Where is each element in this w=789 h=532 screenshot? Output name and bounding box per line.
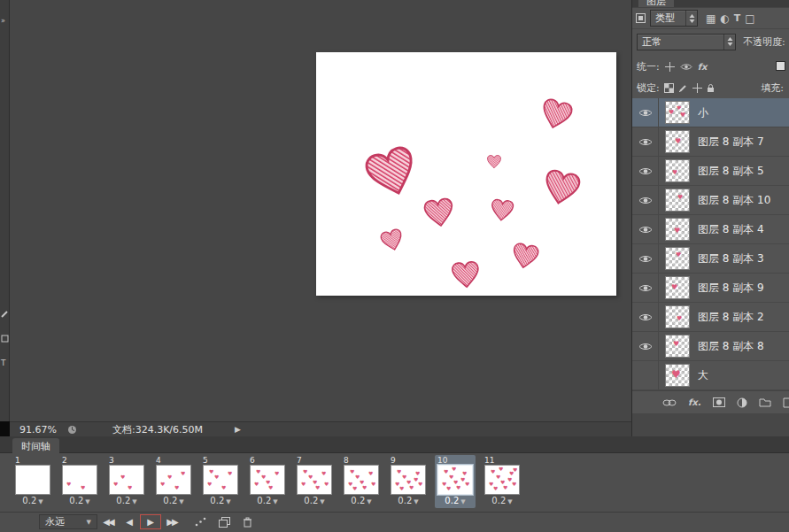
tab-layers[interactable]: 图层 xyxy=(638,0,674,8)
layer-thumbnail[interactable]: ♥ xyxy=(665,218,690,241)
layer-row[interactable]: ♥ 图层 8 副本 5 xyxy=(632,157,789,186)
frame-delay-select[interactable]: 0.2▼ xyxy=(341,496,382,505)
timeline-frame[interactable]: 11 ♥♥♥♥♥♥♥♥♥♥♥ 0.2▼ xyxy=(482,455,522,508)
layer-thumbnail[interactable]: ♥ xyxy=(665,364,690,387)
frame-thumbnail[interactable]: ♥♥♥♥♥ xyxy=(203,465,238,495)
timeline-frame[interactable]: 9 ♥♥♥♥♥♥♥♥♥ 0.2▼ xyxy=(388,455,429,508)
lock-position-icon[interactable] xyxy=(692,83,702,93)
new-group-icon[interactable] xyxy=(759,397,771,407)
blend-mode-select[interactable]: 正常 xyxy=(637,34,736,50)
frame-thumbnail[interactable]: ♥♥♥♥♥♥♥♥ xyxy=(344,465,379,495)
filter-type-layers-icon[interactable]: T xyxy=(734,13,741,23)
layer-style-fx-icon[interactable]: fx. xyxy=(688,397,701,407)
layer-thumbnail[interactable]: ♥ xyxy=(665,335,690,358)
frame-delay-select[interactable]: 0.2▼ xyxy=(106,496,147,505)
timeline-frame[interactable]: 3 ♥♥♥ 0.2▼ xyxy=(106,455,147,508)
type-tool-icon[interactable]: T xyxy=(1,359,6,366)
frame-delay-select[interactable]: 0.2▼ xyxy=(388,496,429,505)
layer-filter-select[interactable]: 类型 xyxy=(650,10,698,27)
timeline-frame[interactable]: 5 ♥♥♥♥♥ 0.2▼ xyxy=(200,455,241,508)
frame-thumbnail[interactable]: ♥♥♥♥♥♥ xyxy=(250,465,285,495)
frame-delay-select[interactable]: 0.2▼ xyxy=(200,496,241,505)
frame-thumbnail[interactable]: ♥♥ xyxy=(62,465,97,495)
visibility-toggle[interactable] xyxy=(632,157,659,185)
unify-position-icon[interactable] xyxy=(665,62,675,72)
frame-delay-select[interactable]: 0.2▼ xyxy=(294,496,335,505)
zoom-level[interactable]: 91.67% xyxy=(19,424,57,436)
filter-adjustment-layers-icon[interactable]: ◐ xyxy=(720,13,729,24)
frame-thumbnail[interactable]: ♥♥♥ xyxy=(109,465,144,495)
visibility-toggle[interactable] xyxy=(632,186,659,214)
filter-pixel-layers-icon[interactable]: ▦ xyxy=(706,13,716,24)
frame-thumbnail[interactable] xyxy=(15,465,50,495)
previous-frame-button[interactable]: ◀ xyxy=(119,514,140,529)
layer-row[interactable]: ♥♥♥ 小 xyxy=(632,98,789,127)
swatch-tool-icon[interactable] xyxy=(1,335,9,344)
document-canvas[interactable] xyxy=(316,52,616,296)
timeline-frame[interactable]: 10 ♥♥♥♥♥♥♥♥♥♥ 0.2▼ xyxy=(435,455,476,508)
frame-delay-select[interactable]: 0.2▼ xyxy=(59,496,100,505)
layer-thumbnail[interactable]: ♥ xyxy=(665,189,690,212)
frame-delay-select[interactable]: 0.2▼ xyxy=(12,496,53,505)
play-button[interactable]: ▶ xyxy=(140,514,161,529)
adjustment-layer-icon[interactable] xyxy=(737,397,747,408)
frame-thumbnail[interactable]: ♥♥♥♥♥♥♥♥♥♥ xyxy=(437,465,473,495)
document-size-info[interactable]: 文档:324.3K/6.50M xyxy=(112,423,203,436)
tab-timeline[interactable]: 时间轴 xyxy=(12,438,59,455)
expand-panel-icon[interactable]: » xyxy=(1,18,5,25)
layer-thumbnail[interactable]: ♥ xyxy=(665,159,690,182)
delete-frame-icon[interactable] xyxy=(243,517,252,528)
layer-row[interactable]: ♥ 大 xyxy=(632,361,789,390)
filter-shape-layers-icon[interactable]: □ xyxy=(745,13,754,24)
frame-thumbnail[interactable]: ♥♥♥♥♥♥♥ xyxy=(297,465,332,495)
first-frame-button[interactable]: ◀◀ xyxy=(97,514,119,529)
layer-thumbnail[interactable]: ♥♥♥ xyxy=(665,101,690,124)
lock-all-icon[interactable] xyxy=(707,83,715,93)
visibility-toggle[interactable] xyxy=(632,274,659,302)
timeline-frame[interactable]: 4 ♥♥♥♥ 0.2▼ xyxy=(153,455,194,508)
filter-pick-icon[interactable] xyxy=(636,13,646,23)
timeline-frame[interactable]: 1 0.2▼ xyxy=(12,455,53,508)
frame-delay-select[interactable]: 0.2▼ xyxy=(153,496,194,505)
propagate-frame-checkbox[interactable] xyxy=(776,61,785,71)
timeline-frame[interactable]: 8 ♥♥♥♥♥♥♥♥ 0.2▼ xyxy=(341,455,382,508)
timeline-frame[interactable]: 2 ♥♥ 0.2▼ xyxy=(59,455,100,508)
frame-thumbnail[interactable]: ♥♥♥♥♥♥♥♥♥ xyxy=(391,465,426,495)
frame-thumbnail[interactable]: ♥♥♥♥♥♥♥♥♥♥♥ xyxy=(484,465,520,495)
new-layer-icon[interactable] xyxy=(783,397,789,408)
unify-style-icon[interactable]: fx xyxy=(698,62,708,72)
visibility-toggle[interactable] xyxy=(632,303,659,331)
timeline-frame[interactable]: 7 ♥♥♥♥♥♥♥ 0.2▼ xyxy=(294,455,335,508)
unify-visibility-icon[interactable] xyxy=(680,63,692,71)
layer-row[interactable]: ♥ 图层 8 副本 4 xyxy=(632,215,789,244)
layer-row[interactable]: ♥ 图层 8 副本 9 xyxy=(632,274,789,303)
visibility-toggle[interactable] xyxy=(632,127,659,156)
layer-row[interactable]: ♥ 图层 8 副本 3 xyxy=(632,244,789,274)
visibility-toggle[interactable] xyxy=(632,244,659,273)
frame-delay-select[interactable]: 0.2▼ xyxy=(247,496,288,505)
add-layer-mask-icon[interactable] xyxy=(713,397,725,407)
layer-thumbnail[interactable]: ♥ xyxy=(665,247,690,270)
visibility-toggle[interactable] xyxy=(632,98,659,127)
visibility-toggle[interactable] xyxy=(632,215,659,243)
link-layers-icon[interactable] xyxy=(662,399,677,406)
status-expand-icon[interactable]: ▶ xyxy=(235,425,241,434)
next-frame-button[interactable]: ▶▶ xyxy=(161,514,182,529)
layer-row[interactable]: ♥ 图层 8 副本 7 xyxy=(632,127,789,157)
visibility-toggle[interactable] xyxy=(632,361,659,389)
lock-pixels-icon[interactable] xyxy=(678,83,688,93)
layer-thumbnail[interactable]: ♥ xyxy=(665,276,690,299)
layer-row[interactable]: ♥ 图层 8 副本 8 xyxy=(632,332,789,361)
layer-thumbnail[interactable]: ♥ xyxy=(665,305,690,328)
frame-delay-select[interactable]: 0.2▼ xyxy=(435,496,476,505)
frame-delay-select[interactable]: 0.2▼ xyxy=(482,496,522,505)
brush-tool-icon[interactable] xyxy=(1,310,9,320)
tween-frames-icon[interactable] xyxy=(195,517,206,527)
frame-thumbnail[interactable]: ♥♥♥♥ xyxy=(156,465,191,495)
loop-options-select[interactable]: 永远 ▼ xyxy=(39,514,97,529)
timeline-frame[interactable]: 6 ♥♥♥♥♥♥ 0.2▼ xyxy=(247,455,288,508)
layer-row[interactable]: ♥ 图层 8 副本 10 xyxy=(632,186,789,215)
layer-row[interactable]: ♥ 图层 8 副本 2 xyxy=(632,303,789,332)
visibility-toggle[interactable] xyxy=(632,332,659,360)
layer-thumbnail[interactable]: ♥ xyxy=(665,130,690,153)
